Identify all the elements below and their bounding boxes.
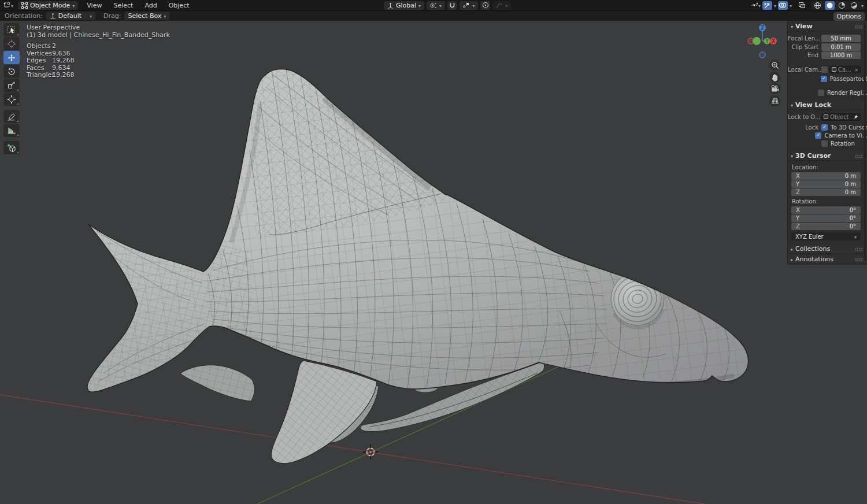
- gizmo-neg-z[interactable]: [759, 52, 765, 58]
- shading-material-button[interactable]: [837, 1, 847, 10]
- transform-tool[interactable]: [3, 92, 20, 106]
- gizmo-x-label: X: [772, 39, 775, 44]
- gizmo-y-label: Y: [765, 39, 769, 44]
- passepartout-checkbox[interactable]: [821, 76, 827, 82]
- drag-setting-dropdown[interactable]: Select Box: [124, 12, 169, 20]
- chevron-down-icon[interactable]: [774, 2, 776, 9]
- snap-toggle[interactable]: [447, 1, 457, 10]
- scene-title: (1) 3d model | Chinese_Hi_Fin_Banded_Sha…: [27, 31, 170, 39]
- menu-view[interactable]: View: [81, 2, 107, 9]
- show-gizmo-toggle[interactable]: [762, 1, 772, 10]
- zoom-button[interactable]: [769, 60, 780, 71]
- snap-settings-dropdown[interactable]: [460, 1, 478, 10]
- visibility-eye-icon: [751, 2, 758, 9]
- cursor-tool[interactable]: [3, 37, 20, 50]
- add-cube-tool[interactable]: [3, 141, 20, 154]
- object-visibility-dropdown[interactable]: [751, 1, 761, 10]
- xray-toggle[interactable]: [797, 1, 807, 10]
- select-box-tool[interactable]: [3, 23, 20, 36]
- chevron-down-icon: [439, 2, 442, 9]
- panel-grip[interactable]: [855, 247, 863, 251]
- orientation-setting-dropdown[interactable]: Default: [46, 12, 95, 20]
- cursor-location-z[interactable]: Z0 m: [791, 188, 861, 196]
- panel-grip[interactable]: [855, 25, 863, 29]
- hand-icon: [771, 73, 779, 81]
- render-region-checkbox[interactable]: [818, 90, 824, 96]
- cursor-rotation-z[interactable]: Z0°: [791, 223, 861, 230]
- section-view-lock-header[interactable]: View Lock: [788, 101, 867, 110]
- material-sphere-icon: [838, 2, 846, 9]
- shading-solid-button[interactable]: [825, 1, 835, 10]
- editor-type-selector[interactable]: [3, 1, 13, 10]
- proportional-editing-toggle[interactable]: [480, 1, 490, 10]
- camera-to-view-row: Camera to Vi...: [788, 131, 867, 139]
- measure-tool[interactable]: [3, 124, 20, 137]
- focal-length-field[interactable]: 50 mm: [821, 35, 861, 42]
- euler-order-dropdown[interactable]: XYZ Euler: [791, 232, 861, 240]
- focal-length-row: Focal Len... 50 mm: [788, 34, 867, 42]
- menu-add[interactable]: Add: [139, 2, 162, 9]
- cursor-location-x[interactable]: X0 m: [791, 172, 861, 180]
- drag-setting-label: Drag:: [103, 12, 121, 20]
- options-button[interactable]: Options: [833, 12, 865, 21]
- magnet-icon: [449, 2, 455, 9]
- pivot-point-dropdown[interactable]: [427, 1, 445, 10]
- solid-sphere-icon: [826, 2, 833, 9]
- chevron-down-icon: [854, 234, 857, 240]
- lock-rotation-row: Rotation: [788, 139, 867, 147]
- lock-3d-cursor-checkbox[interactable]: [821, 124, 828, 131]
- proportional-circle-icon: [482, 2, 489, 9]
- fish-pelvic-fin[interactable]: [271, 361, 377, 464]
- chevron-down-icon[interactable]: [790, 2, 792, 9]
- shading-rendered-button[interactable]: [849, 1, 859, 10]
- shading-wireframe-button[interactable]: [813, 1, 822, 10]
- panel-grip[interactable]: [855, 258, 863, 262]
- scale-tool[interactable]: [3, 79, 20, 92]
- local-camera-checkbox[interactable]: [821, 66, 828, 73]
- pan-button[interactable]: [769, 72, 780, 83]
- section-annotations-header[interactable]: Annotations: [788, 255, 867, 264]
- eyedropper-icon[interactable]: [853, 114, 858, 120]
- menu-object[interactable]: Object: [164, 2, 195, 9]
- clip-end-field[interactable]: 1000 m: [821, 51, 861, 59]
- lock-rotation-checkbox[interactable]: [821, 140, 828, 147]
- perspective-toggle-button[interactable]: [769, 95, 780, 106]
- move-tool[interactable]: [3, 51, 20, 64]
- cursor-rotation-label: Rotation:: [792, 198, 818, 205]
- section-3d-cursor-title: 3D Cursor: [795, 152, 831, 160]
- lock-to-object-field[interactable]: Object: [821, 113, 861, 121]
- camera-icon: [770, 85, 779, 92]
- chevron-down-icon: [164, 12, 166, 20]
- annotate-tool[interactable]: [3, 110, 20, 123]
- menu-select[interactable]: Select: [108, 2, 138, 9]
- orientation-setting-value: Default: [58, 12, 81, 20]
- fish-body[interactable]: [58, 52, 786, 410]
- local-camera-object-field[interactable]: Ca...: [829, 66, 861, 73]
- camera-to-view-checkbox[interactable]: [815, 132, 821, 139]
- object-mode-icon: [21, 2, 28, 9]
- camera-view-button[interactable]: [769, 83, 780, 94]
- clip-start-field[interactable]: 0.01 m: [821, 43, 861, 51]
- panel-grip[interactable]: [855, 154, 863, 158]
- rotate-tool[interactable]: [3, 65, 20, 78]
- show-overlays-toggle[interactable]: [778, 1, 788, 10]
- mode-dropdown[interactable]: Object Mode: [18, 1, 78, 10]
- gizmo-neg-y[interactable]: [753, 37, 761, 45]
- toolbar: [3, 23, 20, 155]
- proportional-falloff-dropdown[interactable]: [492, 1, 511, 10]
- sidebar-scrollbar[interactable]: [864, 23, 866, 260]
- section-3d-cursor-header[interactable]: 3D Cursor: [788, 151, 867, 161]
- cursor-3d[interactable]: [363, 444, 378, 459]
- navigation-gizmo[interactable]: Z Y X: [746, 21, 781, 61]
- cursor-rotation-x[interactable]: X0°: [791, 206, 861, 214]
- chevron-down-icon: [11, 2, 13, 9]
- cursor-rotation-y[interactable]: Y0°: [791, 214, 861, 222]
- cursor-location-y[interactable]: Y0 m: [791, 180, 861, 188]
- chevron-down-icon[interactable]: [861, 2, 864, 9]
- clear-icon[interactable]: [854, 66, 858, 73]
- section-collections-header[interactable]: Collections: [788, 244, 867, 254]
- transform-orientation-dropdown[interactable]: Global: [384, 1, 424, 10]
- section-view-header[interactable]: View: [788, 22, 867, 31]
- stat-row: Vertices9,636: [27, 50, 170, 58]
- view-name: User Perspective: [27, 24, 170, 31]
